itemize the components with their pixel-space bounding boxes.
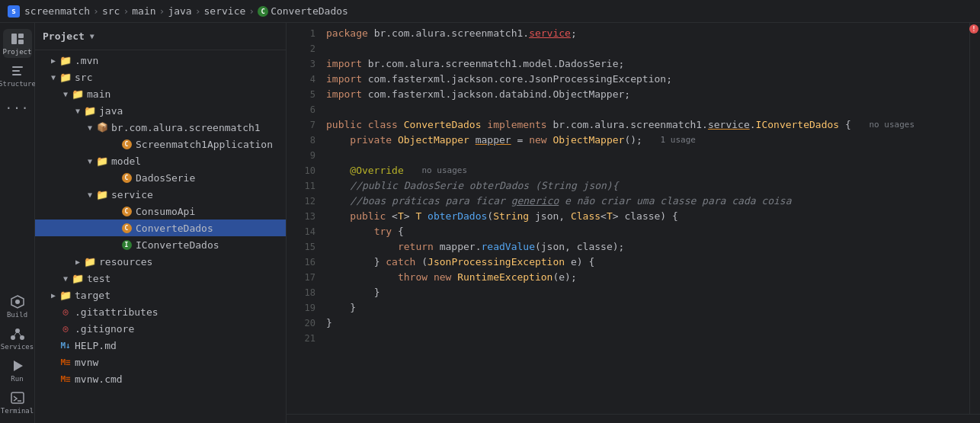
code-content[interactable]: package br.com.alura.screenmatch1.servic…	[323, 23, 969, 414]
folder-icon-mvn: 📁	[59, 54, 72, 66]
code-line-12: //boas práticas para ficar generico e nã…	[323, 194, 969, 209]
folder-icon-test: 📁	[72, 272, 84, 284]
dadosserie-label: DadosSerie	[136, 172, 195, 184]
sidebar-item-more[interactable]: ···	[3, 93, 32, 122]
code-line-20: }	[323, 316, 969, 331]
terminal-label: Terminal	[1, 407, 34, 415]
tree-java[interactable]: ▼ 📁 java	[35, 102, 286, 119]
class-icon-consumoapi: C	[120, 205, 133, 217]
breadcrumb-java: java	[168, 5, 191, 17]
sidebar-item-terminal[interactable]: Terminal	[3, 388, 32, 417]
services-label: Services	[1, 343, 34, 351]
code-line-8: private ObjectMapper mapper = new Object…	[323, 133, 969, 148]
structure-icon	[10, 63, 25, 79]
code-line-4: import com.fasterxml.jackson.core.JsonPr…	[323, 72, 969, 87]
main-arrow: ▼	[59, 88, 72, 100]
right-gutter: !	[969, 23, 980, 414]
breadcrumb: screenmatch › src › main › java › servic…	[24, 5, 348, 17]
project-dropdown-arrow[interactable]: ▼	[90, 32, 94, 40]
tree-dadosserie[interactable]: ▶ C DadosSerie	[35, 169, 286, 186]
svg-rect-4	[12, 70, 20, 72]
class-icon-dadosserie: C	[120, 171, 133, 184]
error-indicator[interactable]: !	[969, 24, 978, 34]
tree-convertedados[interactable]: ▶ C ConverteDados	[35, 220, 286, 236]
folder-icon-main: 📁	[72, 88, 84, 100]
svg-rect-3	[12, 66, 23, 68]
build-label: Build	[7, 311, 27, 319]
editor-area: 12345 678910 1112131415 1617181920 21 pa…	[287, 23, 980, 423]
mvnwcmd-label: mvnw.cmd	[75, 373, 123, 385]
sidebar-item-build[interactable]: Build	[3, 292, 32, 321]
svg-line-10	[13, 331, 18, 338]
code-line-17: throw new RuntimeException(e);	[323, 270, 969, 285]
convertedados-label: ConverteDados	[136, 223, 213, 234]
sidebar-bottom: Build Services Run	[3, 292, 32, 417]
iconvertedados-label: IConverteDados	[136, 239, 219, 251]
sidebar-item-structure[interactable]: Structure	[3, 61, 32, 90]
class-badge-c: C	[258, 6, 268, 17]
tree-target[interactable]: ▶ 📁 target	[35, 287, 286, 303]
folder-icon-target: 📁	[59, 289, 72, 301]
target-label: target	[75, 290, 110, 301]
code-editor: 12345 678910 1112131415 1617181920 21 pa…	[287, 23, 980, 414]
project-tree: Project ▼ ▶ 📁 .mvn ▼ 📁 src ▼	[35, 23, 287, 423]
code-line-3: import br.com.alura.screenmatch1.model.D…	[323, 56, 969, 72]
code-line-21	[323, 331, 969, 346]
model-label: model	[111, 155, 141, 167]
java-label: java	[99, 105, 123, 117]
tree-pkg[interactable]: ▼ 📦 br.com.alura.screenmatch1	[35, 119, 286, 136]
tree-gitignore[interactable]: ▶ ◎ .gitignore	[35, 320, 286, 337]
pkg-arrow: ▼	[84, 121, 96, 133]
build-icon	[10, 294, 25, 309]
tree-screenmatch-app[interactable]: ▶ C Screenmatch1Application	[35, 136, 286, 152]
sidebar-item-project[interactable]: Project	[3, 29, 32, 58]
project-title: Project ▼	[43, 30, 94, 42]
sidebar-item-services[interactable]: Services	[3, 324, 32, 353]
svg-rect-1	[18, 34, 24, 38]
sidebar-item-run[interactable]: Run	[3, 356, 32, 385]
code-line-10: @Override no usages	[323, 163, 969, 178]
tree-resources[interactable]: ▶ 📁 resources	[35, 253, 286, 270]
code-line-5: import com.fasterxml.jackson.databind.Ob…	[323, 87, 969, 102]
structure-label: Structure	[0, 80, 36, 88]
tree-model[interactable]: ▼ 📁 model	[35, 152, 286, 169]
gitattributes-label: .gitattributes	[75, 306, 159, 318]
mvn-label: .mvn	[75, 55, 98, 66]
tree-mvn[interactable]: ▶ 📁 .mvn	[35, 52, 286, 69]
folder-icon-src: 📁	[59, 71, 72, 83]
bottom-scrollbar[interactable]	[287, 414, 980, 423]
code-line-19: }	[323, 300, 969, 316]
breadcrumb-service: service	[204, 5, 246, 17]
tree-test[interactable]: ▼ 📁 test	[35, 270, 286, 287]
breadcrumb-screenmatch: screenmatch	[24, 5, 90, 17]
run-icon	[10, 358, 25, 373]
terminal-icon	[10, 390, 25, 405]
services-icon	[10, 326, 25, 341]
run-label: Run	[11, 375, 23, 383]
tree-src[interactable]: ▼ 📁 src	[35, 69, 286, 85]
project-label: Project	[3, 48, 32, 56]
resources-arrow: ▶	[72, 255, 84, 268]
gitignore-label: .gitignore	[75, 323, 134, 335]
tree-service-folder[interactable]: ▼ 📁 service	[35, 186, 286, 203]
svg-line-11	[18, 331, 22, 338]
test-label: test	[87, 273, 110, 284]
app-label: Screenmatch1Application	[136, 139, 273, 150]
class-icon-iconvertedados: I	[120, 239, 133, 251]
sidebar-icons: Project Structure ··· Build	[0, 23, 35, 423]
pkg-label: br.com.alura.screenmatch1	[111, 122, 261, 133]
tree-mvnwcmd[interactable]: ▶ M≡ mvnw.cmd	[35, 370, 286, 387]
breadcrumb-main: main	[132, 5, 155, 17]
breadcrumb-src: src	[102, 5, 120, 17]
code-line-11: //public DadosSerie obterDados (String j…	[323, 178, 969, 194]
tree-consumoapi[interactable]: ▶ C ConsumoApi	[35, 203, 286, 220]
tree-helpmd[interactable]: ▶ M↓ HELP.md	[35, 337, 286, 354]
mvnw-icon: M≡	[59, 356, 72, 368]
svg-rect-0	[11, 34, 17, 44]
tree-mvnw[interactable]: ▶ M≡ mvnw	[35, 354, 286, 370]
code-line-14: try {	[323, 224, 969, 239]
tree-gitattributes[interactable]: ▶ ◎ .gitattributes	[35, 303, 286, 320]
service-arrow: ▼	[84, 188, 96, 200]
tree-main[interactable]: ▼ 📁 main	[35, 85, 286, 102]
tree-iconvertedados[interactable]: ▶ I IConverteDados	[35, 236, 286, 253]
